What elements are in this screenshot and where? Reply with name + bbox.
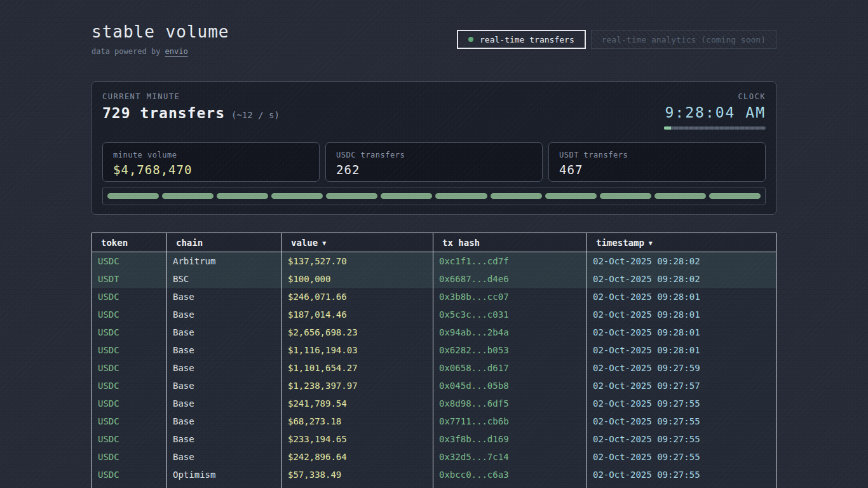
- activity-segment: [326, 193, 377, 199]
- cell-token: USDC: [92, 412, 167, 430]
- cell-chain: Base: [167, 359, 282, 377]
- cell-token: USDC: [92, 430, 167, 448]
- cell-token: USDC: [92, 323, 167, 341]
- table-row: USDCBase$68,273.180x7711...cb6b02-Oct-20…: [92, 412, 776, 430]
- tab-realtime-transfers[interactable]: real-time transfers: [457, 30, 586, 49]
- live-dot-icon: [468, 37, 473, 42]
- tab-label: real-time analytics (coming soon): [602, 35, 766, 44]
- cell-timestamp: 02-Oct-2025 09:27:55: [587, 448, 776, 466]
- activity-segment: [545, 193, 597, 199]
- cell-value: $242,896.64: [282, 448, 433, 466]
- cell-timestamp: 02-Oct-2025 09:28:02: [587, 252, 776, 270]
- cell-chain: Base: [167, 395, 282, 412]
- page: stable volume data powered by envio real…: [92, 0, 776, 488]
- cell-txhash[interactable]: 0xc1f1...cd7f: [433, 252, 587, 270]
- page-title: stable volume: [92, 23, 229, 41]
- tab-realtime-analytics[interactable]: real-time analytics (coming soon): [591, 30, 776, 49]
- usdc-transfers-value: 262: [336, 163, 532, 177]
- cell-txhash[interactable]: 0x0658...d617: [433, 359, 587, 377]
- cell-txhash[interactable]: 0x3f8b...d169: [433, 430, 587, 448]
- cell-token: USDC: [92, 252, 167, 270]
- table-row: USDCBase$233,194.650xbf75...366102-Oct-2…: [92, 484, 776, 488]
- cell-txhash[interactable]: 0x6282...b053: [433, 341, 587, 359]
- activity-segment: [381, 193, 432, 199]
- cell-timestamp: 02-Oct-2025 09:28:02: [587, 270, 776, 288]
- table-row: USDTBSC$100,0000x6687...d4e602-Oct-2025 …: [92, 270, 776, 288]
- cell-value: $1,101,654.27: [282, 359, 433, 377]
- cell-value: $100,000: [282, 270, 433, 288]
- activity-segment: [491, 193, 542, 199]
- activity-segment: [435, 193, 487, 199]
- cell-value: $1,116,194.03: [282, 341, 433, 359]
- stats-top: CURRENT MINUTE 729 transfers (~12 / s) C…: [102, 92, 766, 130]
- table-row: USDCBase$1,116,194.030x6282...b05302-Oct…: [92, 341, 776, 359]
- activity-segment: [654, 193, 706, 199]
- activity-segment: [271, 193, 323, 199]
- cell-chain: Arbitrum: [167, 252, 282, 270]
- cell-chain: Base: [167, 377, 282, 395]
- cell-value: $137,527.70: [282, 252, 433, 270]
- cell-txhash[interactable]: 0xbcc0...c6a3: [433, 466, 587, 484]
- header: stable volume data powered by envio real…: [92, 0, 776, 56]
- table-header: token chain value▼ tx hash timestamp▼: [92, 233, 776, 252]
- stat-box-usdt-transfers: USDT transfers 467: [548, 142, 766, 182]
- activity-segment: [162, 193, 214, 199]
- tab-label: real-time transfers: [480, 35, 574, 44]
- cell-txhash[interactable]: 0x8d98...6df5: [433, 395, 587, 412]
- cell-token: USDC: [92, 341, 167, 359]
- cell-value: $57,338.49: [282, 466, 433, 484]
- table-row: USDCBase$242,896.640x32d5...7c1402-Oct-2…: [92, 448, 776, 466]
- clock-time: 9:28:04 AM: [664, 104, 766, 121]
- cell-token: USDC: [92, 377, 167, 395]
- envio-link[interactable]: envio: [165, 47, 188, 56]
- column-header-timestamp[interactable]: timestamp▼: [587, 233, 776, 252]
- cell-chain: Base: [167, 323, 282, 341]
- cell-value: $241,789.54: [282, 395, 433, 412]
- cell-timestamp: 02-Oct-2025 09:27:55: [587, 412, 776, 430]
- column-header-value[interactable]: value▼: [282, 233, 433, 252]
- cell-txhash[interactable]: 0x3b8b...cc07: [433, 288, 587, 306]
- cell-timestamp: 02-Oct-2025 09:27:55: [587, 430, 776, 448]
- clock-block: CLOCK 9:28:04 AM: [664, 92, 766, 130]
- cell-chain: Base: [167, 412, 282, 430]
- cell-chain: Base: [167, 484, 282, 488]
- activity-segment: [600, 193, 651, 199]
- activity-segment-bar: [102, 187, 766, 205]
- tab-bar: real-time transfers real-time analytics …: [457, 30, 776, 49]
- transfers-count: 729 transfers: [102, 105, 225, 121]
- cell-token: USDC: [92, 306, 167, 323]
- cell-value: $246,071.66: [282, 288, 433, 306]
- column-header-chain: chain: [167, 233, 282, 252]
- minute-volume-value: $4,768,470: [113, 163, 309, 177]
- sort-desc-icon: ▼: [322, 240, 326, 247]
- clock-progress-fill: [664, 126, 671, 130]
- clock-label: CLOCK: [664, 92, 766, 101]
- cell-token: USDC: [92, 466, 167, 484]
- cell-value: $2,656,698.23: [282, 323, 433, 341]
- table-row: USDCBase$241,789.540x8d98...6df502-Oct-2…: [92, 395, 776, 412]
- cell-txhash[interactable]: 0xbf75...3661: [433, 484, 587, 488]
- stats-panel: CURRENT MINUTE 729 transfers (~12 / s) C…: [92, 81, 776, 215]
- table-row: USDCBase$2,656,698.230x94ab...2b4a02-Oct…: [92, 323, 776, 341]
- cell-txhash[interactable]: 0x7711...cb6b: [433, 412, 587, 430]
- subtitle: data powered by envio: [92, 47, 229, 56]
- cell-timestamp: 02-Oct-2025 09:27:55: [587, 466, 776, 484]
- cell-txhash[interactable]: 0x045d...05b8: [433, 377, 587, 395]
- cell-txhash[interactable]: 0x32d5...7c14: [433, 448, 587, 466]
- cell-value: $187,014.46: [282, 306, 433, 323]
- table-row: USDCArbitrum$137,527.700xc1f1...cd7f02-O…: [92, 252, 776, 270]
- stat-box-usdc-transfers: USDC transfers 262: [325, 142, 543, 182]
- cell-txhash[interactable]: 0x6687...d4e6: [433, 270, 587, 288]
- cell-txhash[interactable]: 0x94ab...2b4a: [433, 323, 587, 341]
- cell-token: USDT: [92, 270, 167, 288]
- cell-value: $68,273.18: [282, 412, 433, 430]
- activity-segment: [217, 193, 268, 199]
- column-header-txhash: tx hash: [433, 233, 587, 252]
- clock-progress-bar: [664, 126, 766, 130]
- stat-boxes: minute volume $4,768,470 USDC transfers …: [102, 142, 766, 182]
- cell-value: $233,194.65: [282, 430, 433, 448]
- cell-value: $1,238,397.97: [282, 377, 433, 395]
- table-body: USDCArbitrum$137,527.700xc1f1...cd7f02-O…: [92, 252, 776, 488]
- activity-segment: [107, 193, 159, 199]
- cell-txhash[interactable]: 0x5c3c...c031: [433, 306, 587, 323]
